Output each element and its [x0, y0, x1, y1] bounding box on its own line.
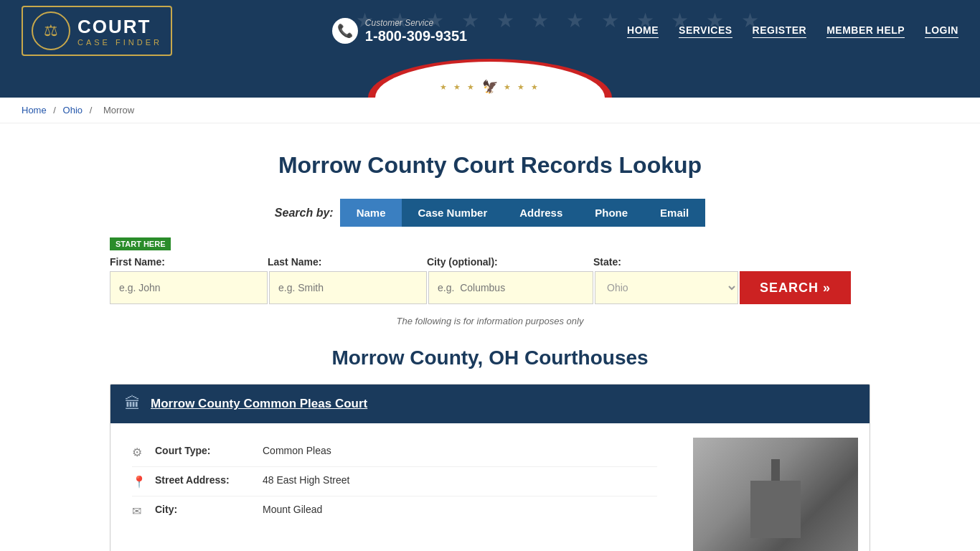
- nav-login[interactable]: LOGIN: [925, 24, 958, 38]
- courthouse-header: 🏛 Morrow County Common Pleas Court: [110, 385, 870, 423]
- nav-services[interactable]: SERVICES: [679, 24, 732, 38]
- search-form-container: START HERE First Name: Last Name: City (…: [110, 237, 870, 304]
- breadcrumb-home[interactable]: Home: [22, 105, 47, 116]
- city-detail-label: City:: [155, 504, 255, 515]
- first-name-group: First Name:: [110, 256, 268, 304]
- logo-area: ⚖ COURT CASE FINDER: [22, 6, 172, 56]
- tab-case-number[interactable]: Case Number: [402, 199, 504, 227]
- logo-text: COURT CASE FINDER: [77, 16, 162, 47]
- courthouse-card: 🏛 Morrow County Common Pleas Court ⚙ Cou…: [110, 384, 870, 551]
- detail-row-type: ⚙ Court Type: Common Pleas: [132, 438, 657, 467]
- info-note: The following is for information purpose…: [110, 316, 870, 326]
- logo-emblem-icon: ⚖: [32, 11, 70, 50]
- search-tabs-row: Search by: Name Case Number Address Phon…: [110, 199, 870, 227]
- street-address-label: Street Address:: [155, 474, 255, 486]
- courthouse-name-link[interactable]: Morrow County Common Pleas Court: [151, 397, 367, 411]
- cs-label: Customer Service: [365, 18, 467, 28]
- search-by-label: Search by:: [275, 207, 334, 220]
- header: ⚖ COURT CASE FINDER 📞 Customer Service 1…: [0, 0, 980, 98]
- courthouses-title: Morrow County, OH Courthouses: [110, 347, 870, 369]
- city-icon: ✉: [132, 504, 148, 518]
- city-detail-value: Mount Gilead: [263, 504, 322, 515]
- search-form: First Name: Last Name: City (optional): …: [110, 256, 870, 304]
- courthouse-img-placeholder: [693, 438, 858, 551]
- breadcrumb-sep-1: /: [53, 105, 58, 116]
- logo-sub-label: CASE FINDER: [77, 38, 162, 47]
- city-label: City (optional):: [427, 256, 593, 268]
- start-here-badge: START HERE: [110, 237, 171, 250]
- header-arch: ★ ★ ★ 🦅 ★ ★ ★: [0, 62, 980, 98]
- court-type-icon: ⚙: [132, 446, 148, 459]
- breadcrumb-ohio[interactable]: Ohio: [63, 105, 83, 116]
- breadcrumb-sep-2: /: [90, 105, 95, 116]
- city-group: City (optional):: [427, 256, 593, 304]
- first-name-input[interactable]: [110, 271, 268, 304]
- state-select[interactable]: Ohio: [595, 271, 738, 304]
- search-button-label: SEARCH »: [760, 281, 831, 296]
- page-title: Morrow County Court Records Lookup: [110, 152, 870, 179]
- last-name-group: Last Name:: [268, 256, 427, 304]
- customer-service: 📞 Customer Service 1-800-309-9351: [332, 18, 467, 44]
- courthouse-details: ⚙ Court Type: Common Pleas 📍 Street Addr…: [110, 430, 679, 551]
- courthouse-header-icon: 🏛: [125, 395, 141, 413]
- cs-phone: 1-800-309-9351: [365, 28, 467, 44]
- nav-register[interactable]: REGISTER: [753, 24, 807, 38]
- detail-row-address: 📍 Street Address: 48 East High Street: [132, 467, 657, 496]
- cs-text: Customer Service 1-800-309-9351: [365, 18, 467, 44]
- breadcrumb-morrow: Morrow: [103, 105, 134, 116]
- court-type-value: Common Pleas: [263, 445, 331, 456]
- main-nav: HOME SERVICES REGISTER MEMBER HELP LOGIN: [627, 24, 958, 38]
- logo-box: ⚖ COURT CASE FINDER: [22, 6, 172, 56]
- tab-name[interactable]: Name: [340, 199, 402, 227]
- search-button[interactable]: SEARCH »: [740, 271, 851, 304]
- state-group: State: Ohio: [593, 256, 738, 304]
- first-name-label: First Name:: [110, 256, 268, 268]
- tab-email[interactable]: Email: [644, 199, 705, 227]
- detail-row-city: ✉ City: Mount Gilead: [132, 496, 657, 525]
- address-icon: 📍: [132, 475, 148, 489]
- header-top: ⚖ COURT CASE FINDER 📞 Customer Service 1…: [0, 0, 980, 62]
- last-name-input[interactable]: [269, 271, 427, 304]
- courthouse-image: [693, 438, 858, 551]
- arch-eagle: ★ ★ ★ 🦅 ★ ★ ★: [440, 79, 540, 95]
- city-input[interactable]: [428, 271, 593, 304]
- phone-icon: 📞: [332, 18, 358, 44]
- state-label: State:: [593, 256, 738, 268]
- arch-stars-right: ★ ★ ★: [504, 83, 540, 92]
- logo-court-label: COURT: [77, 16, 162, 38]
- arch-stars-left: ★ ★ ★: [440, 83, 476, 92]
- eagle-symbol: 🦅: [482, 79, 498, 95]
- court-type-label: Court Type:: [155, 445, 255, 456]
- breadcrumb: Home / Ohio / Morrow: [0, 98, 980, 123]
- tab-address[interactable]: Address: [503, 199, 579, 227]
- nav-member-help[interactable]: MEMBER HELP: [826, 24, 905, 38]
- courthouse-body: ⚙ Court Type: Common Pleas 📍 Street Addr…: [110, 423, 870, 551]
- street-address-value: 48 East High Street: [263, 474, 349, 486]
- last-name-label: Last Name:: [268, 256, 427, 268]
- tab-phone[interactable]: Phone: [578, 199, 644, 227]
- main-content: Morrow County Court Records Lookup Searc…: [95, 123, 885, 551]
- nav-home[interactable]: HOME: [627, 24, 659, 38]
